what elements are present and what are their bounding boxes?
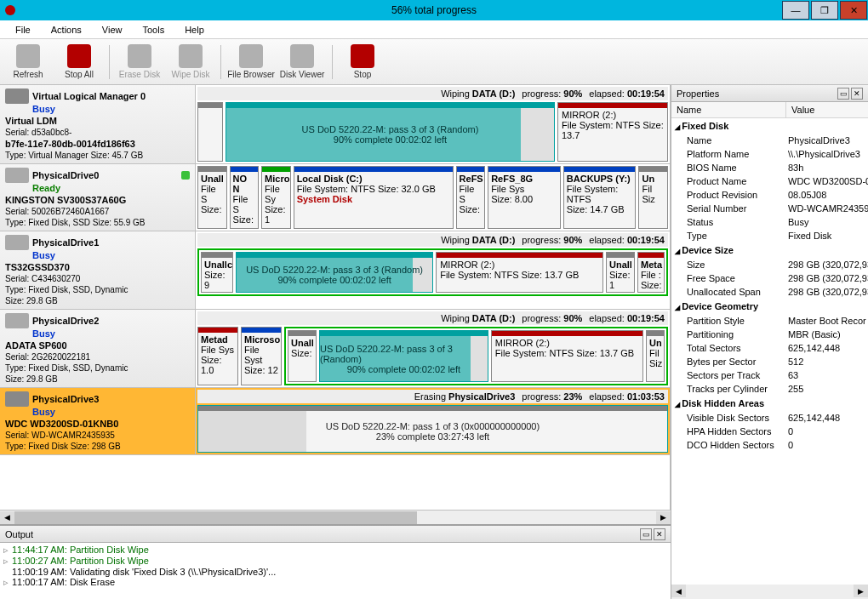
partition-microsoft[interactable]: MicrosoFile SystSize: 12 — [241, 327, 282, 385]
partition-fs: File System: NTFS Size: 32.0 GB — [297, 184, 450, 194]
property-row[interactable]: TypeFixed Disk — [671, 229, 868, 242]
minimize-button[interactable]: — — [782, 1, 809, 20]
property-group[interactable]: Fixed Disk — [671, 118, 868, 134]
partition-box[interactable]: MicroFile SySize: 1 — [261, 166, 291, 229]
properties-scrollbar[interactable]: ◀▶ — [671, 585, 868, 599]
property-row[interactable]: Visible Disk Sectors625,142,448 — [671, 411, 868, 425]
property-key: DCO Hidden Sectors — [671, 438, 786, 452]
close-button[interactable]: ✕ — [840, 1, 867, 20]
partition-fs: File S — [201, 184, 224, 204]
output-body[interactable]: ▹11:44:17 AM: Partition Disk Wipe▹11:00:… — [0, 543, 671, 599]
partition-unallocated[interactable]: UnallSize: — [288, 330, 317, 382]
property-value: 63 — [786, 368, 868, 382]
device-row-selected[interactable]: PhysicalDrive3 Busy WDC WD3200SD-01KNB0 … — [0, 388, 670, 455]
column-name[interactable]: Name — [671, 102, 786, 117]
property-group[interactable]: Device Size — [671, 242, 868, 258]
property-row[interactable]: Total Sectors625,142,448 — [671, 341, 868, 355]
partition-metadata[interactable]: MetaFile :Size: — [637, 252, 665, 293]
partition-unallocated[interactable]: UnallSize: 1 — [606, 252, 635, 293]
partition-mirror[interactable]: MIRROR (2:)File System: NTFS Size: 13.7 … — [436, 252, 603, 293]
scroll-right-icon[interactable]: ▶ — [854, 585, 868, 597]
menu-tools[interactable]: Tools — [132, 22, 174, 37]
properties-columns[interactable]: Name Value — [671, 102, 868, 118]
property-row[interactable]: StatusBusy — [671, 215, 868, 229]
property-row[interactable]: Free Space298 GB (320,072,93 — [671, 271, 868, 285]
device-model: ADATA SP600 — [5, 340, 67, 351]
property-row[interactable]: Platform Name\\.\PhysicalDrive3 — [671, 147, 868, 161]
device-model: TS32GSSD370 — [5, 262, 70, 272]
progress-key: progress: — [522, 313, 561, 323]
partition-unallocated[interactable]: UnFilSiz — [646, 330, 665, 382]
output-line: ▹11:44:17 AM: Partition Disk Wipe — [3, 545, 667, 556]
partition-metadata[interactable]: MetadFile SysSize: 1.0 — [197, 327, 238, 385]
device-row[interactable]: PhysicalDrive0 Ready KINGSTON SV300S37A6… — [0, 164, 670, 231]
partition-extra: Size: 8.00 — [491, 194, 557, 204]
property-value: 298 GB (320,072,93 — [786, 271, 868, 285]
toolbar: Refresh Stop All Erase Disk Wipe Disk Fi… — [0, 39, 868, 85]
menu-help[interactable]: Help — [174, 22, 214, 37]
partition-unallocated[interactable]: UnallcSize: 9 — [201, 252, 233, 293]
partition-box[interactable]: ReFSFile SSize: — [456, 166, 486, 229]
property-row[interactable]: PartitioningMBR (Basic) — [671, 328, 868, 341]
panel-float-icon[interactable]: ▭ — [837, 88, 849, 100]
menu-file[interactable]: File — [5, 22, 41, 37]
partition-box[interactable]: UnFilSiz — [638, 166, 668, 229]
partition-box[interactable]: Local Disk (C:)File System: NTFS Size: 3… — [294, 166, 454, 229]
property-row[interactable]: BIOS Name83h — [671, 161, 868, 174]
property-value: WD-WCAMR24359 — [786, 202, 868, 215]
menu-actions[interactable]: Actions — [41, 22, 92, 37]
partition-mirror[interactable]: MIRROR (2:)File System: NTFS Size: 13.7 … — [491, 330, 643, 382]
property-row[interactable]: Bytes per Sector512 — [671, 355, 868, 368]
properties-body[interactable]: Fixed DiskNamePhysicalDrive3Platform Nam… — [671, 118, 868, 585]
property-row[interactable]: Sectors per Track63 — [671, 368, 868, 382]
scroll-right-icon[interactable]: ▶ — [656, 511, 671, 524]
disk-viewer-button[interactable]: Disk Viewer — [277, 41, 327, 83]
property-row[interactable]: DCO Hidden Sectors0 — [671, 438, 868, 452]
device-size: Size: 29.8 GB — [5, 374, 190, 384]
property-group[interactable]: Device Geometry — [671, 299, 868, 314]
property-row[interactable]: Unallocated Span298 GB (320,072,93 — [671, 285, 868, 299]
menu-view[interactable]: View — [92, 22, 133, 37]
wipe-disk-button[interactable]: Wipe Disk — [166, 41, 215, 83]
property-row[interactable]: HPA Hidden Sectors0 — [671, 425, 868, 438]
device-row[interactable]: Virtual Logical Manager 0 Busy Virtual L… — [0, 85, 670, 164]
viewer-icon — [290, 44, 314, 68]
device-row[interactable]: PhysicalDrive2 Busy ADATA SP600 Serial: … — [0, 310, 670, 388]
property-value: Busy — [786, 215, 868, 229]
property-group[interactable]: Disk Hidden Areas — [671, 396, 868, 411]
partition-box[interactable]: NO NFile SSize: — [230, 166, 260, 229]
scroll-thumb[interactable] — [14, 511, 417, 524]
property-row[interactable]: Product NameWDC WD3200SD-0 — [671, 174, 868, 188]
partition-extra: Size: — [460, 204, 483, 214]
separator — [109, 45, 110, 79]
device-row[interactable]: PhysicalDrive1 Busy TS32GSSD370 Serial: … — [0, 231, 670, 310]
partition-box[interactable]: ReFS_8GFile SysSize: 8.00 — [488, 166, 561, 229]
scroll-left-icon[interactable]: ◀ — [0, 511, 14, 524]
property-row[interactable]: Partition StyleMaster Boot Recor — [671, 314, 868, 328]
device-status: Busy — [32, 407, 190, 417]
property-row[interactable]: NamePhysicalDrive3 — [671, 134, 868, 147]
partition-box[interactable]: UnallFile SSize: — [197, 166, 227, 229]
horizontal-scrollbar[interactable]: ◀ ▶ — [0, 510, 671, 524]
property-row[interactable]: Size298 GB (320,072,93 — [671, 258, 868, 271]
erase-disk-button[interactable]: Erase Disk — [115, 41, 164, 83]
property-row[interactable]: Product Revision08.05J08 — [671, 188, 868, 202]
property-row[interactable]: Serial NumberWD-WCAMR24359 — [671, 202, 868, 215]
file-browser-button[interactable]: File Browser — [226, 41, 276, 83]
partition-box[interactable]: BACKUPS (Y:)File System: NTFSSize: 14.7 … — [563, 166, 637, 229]
panel-float-icon[interactable]: ▭ — [640, 528, 652, 540]
refresh-button[interactable]: Refresh — [3, 41, 53, 83]
panel-close-icon[interactable]: ✕ — [654, 528, 665, 540]
stop-all-button[interactable]: Stop All — [54, 41, 104, 83]
property-row[interactable]: Tracks per Cylinder255 — [671, 382, 868, 396]
panel-close-icon[interactable]: ✕ — [851, 88, 863, 100]
partition-name: Micro — [265, 174, 288, 184]
stop-button[interactable]: Stop — [338, 41, 387, 83]
dynamic-group: UnallcSize: 9 US DoD 5220.22-M: pass 3 o… — [197, 248, 668, 296]
partition-mirror[interactable]: MIRROR (2:)File System: NTFS Size: 13.7 — [557, 102, 668, 162]
partition-unallocated[interactable] — [197, 102, 223, 162]
scroll-left-icon[interactable]: ◀ — [671, 585, 686, 597]
maximize-button[interactable]: ❐ — [811, 1, 838, 20]
action-label: Wiping — [441, 235, 470, 245]
column-value[interactable]: Value — [786, 102, 819, 117]
